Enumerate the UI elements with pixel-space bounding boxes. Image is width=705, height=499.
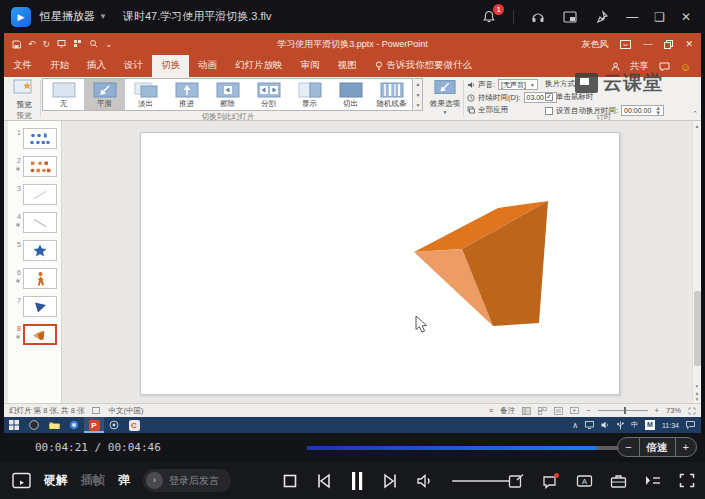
on-click-checkbox[interactable]: ✓ (545, 93, 553, 101)
taskbar-browser-blue-icon[interactable] (64, 417, 84, 433)
auto-advance-checkbox[interactable] (545, 107, 553, 115)
danmaku-toggle[interactable]: 弹 (118, 472, 130, 489)
slide-thumb-3[interactable]: 3 (8, 184, 61, 206)
danmaku-input[interactable]: › 登录后发言 (143, 469, 231, 492)
ppt-account-name[interactable]: 灰色风 (581, 38, 608, 51)
transition-cut[interactable]: 切出 (330, 79, 371, 110)
seek-bar[interactable] (307, 446, 640, 450)
transition-none[interactable]: 无 (43, 79, 84, 110)
tab-design[interactable]: 设计 (115, 55, 152, 77)
close-button[interactable]: ✕ (681, 10, 691, 24)
transition-push[interactable]: 推进 (166, 79, 207, 110)
volume-icon[interactable] (417, 474, 433, 488)
video-frame[interactable]: ↶ ↻ ⌄ 学习使用平滑切换3.pptx - PowerPoint 灰色风 — … (4, 33, 701, 433)
fullscreen-icon[interactable] (679, 473, 695, 488)
taskbar-file-explorer-icon[interactable] (44, 417, 64, 433)
notes-button[interactable]: 备注 (500, 406, 515, 416)
fit-to-window-icon[interactable] (688, 407, 696, 415)
mini-window-icon[interactable] (562, 9, 578, 25)
hw-decode-toggle[interactable]: 硬解 (44, 472, 68, 489)
speed-down-button[interactable]: − (618, 438, 638, 456)
tab-animations[interactable]: 动画 (189, 55, 226, 77)
tray-ime-icon[interactable]: M (645, 420, 655, 430)
headphones-icon[interactable] (530, 9, 546, 25)
chevron-down-icon[interactable]: ▼ (99, 12, 107, 21)
subtitle-icon[interactable]: A (576, 473, 593, 489)
tray-input-indicator[interactable]: 中 (631, 420, 638, 430)
view-sorter-icon[interactable] (538, 407, 547, 415)
zoom-out-button[interactable]: − (586, 406, 590, 415)
slide-thumb-5[interactable]: 5 (8, 240, 61, 262)
ppt-close-button[interactable]: ✕ (685, 39, 693, 49)
notes-edit-icon[interactable] (508, 473, 525, 489)
toolbox-icon[interactable] (610, 473, 627, 489)
volume-slider[interactable] (452, 480, 510, 482)
tray-chevron-icon[interactable]: ∧ (572, 421, 578, 430)
slide-thumb-2[interactable]: 2∗ (8, 156, 61, 178)
app-name[interactable]: 恒星播放器 (40, 9, 95, 24)
transition-wipe[interactable]: 擦除 (207, 79, 248, 110)
taskbar-recorder-icon[interactable] (104, 417, 124, 433)
taskbar-c-app-icon[interactable]: C (124, 417, 144, 433)
pin-icon[interactable] (594, 9, 610, 25)
view-normal-icon[interactable] (522, 407, 531, 415)
mini-player-icon[interactable] (12, 472, 31, 489)
editor-scrollbar[interactable]: ▲ ▼ ▲▼ (692, 121, 701, 403)
notification-bell-icon[interactable]: 1 (481, 9, 497, 25)
taskbar-powerpoint-icon[interactable]: P (84, 417, 104, 433)
gallery-scroll-buttons[interactable]: ▲▼▼ (414, 78, 423, 111)
speed-up-button[interactable]: + (676, 438, 696, 456)
apply-all-button[interactable]: 全部应用 (478, 105, 508, 115)
zoom-percentage[interactable]: 73% (666, 406, 681, 415)
sound-select[interactable]: [无声音]▼ (498, 79, 538, 90)
ppt-minimize-button[interactable]: — (643, 39, 652, 49)
zoom-in-button[interactable]: + (655, 406, 659, 415)
next-button[interactable] (383, 473, 398, 489)
view-reading-icon[interactable] (554, 407, 563, 415)
tray-clock[interactable]: 11:34 (662, 422, 679, 429)
collapse-ribbon-icon[interactable]: ⌃ (692, 110, 698, 118)
ppt-restore-button[interactable] (664, 40, 673, 49)
frame-interp-toggle[interactable]: 插帧 (81, 472, 105, 489)
speed-button[interactable]: 倍速 (639, 438, 676, 456)
preview-button[interactable]: 预览 (9, 79, 39, 111)
language-indicator[interactable]: 中文(中国) (108, 406, 143, 416)
slide-thumb-4[interactable]: 4∗ (8, 212, 61, 234)
slide-thumb-1[interactable]: 1 (8, 128, 61, 150)
danmaku-settings-icon[interactable] (542, 473, 559, 489)
minimize-button[interactable]: — (626, 10, 638, 24)
view-slideshow-icon[interactable] (570, 407, 579, 415)
transition-morph[interactable]: 平滑 (84, 79, 125, 110)
playlist-icon[interactable] (644, 473, 662, 488)
tray-pc-icon[interactable] (585, 421, 594, 429)
start-button[interactable] (4, 417, 24, 433)
tab-review[interactable]: 审阅 (292, 55, 329, 77)
transition-random-bars[interactable]: 随机线条 (371, 79, 412, 110)
tab-file[interactable]: 文件 (4, 55, 41, 77)
tell-me-box[interactable]: 告诉我你想要做什么 (366, 55, 482, 77)
previous-button[interactable] (316, 473, 331, 489)
zoom-slider-knob[interactable] (624, 407, 626, 414)
slide-thumb-7[interactable]: 7 (8, 296, 61, 318)
tray-usb-icon[interactable] (617, 421, 624, 430)
transition-reveal[interactable]: 显示 (289, 79, 330, 110)
taskbar-app-browser-dark-icon[interactable] (24, 417, 44, 433)
stop-button[interactable] (283, 474, 297, 488)
ribbon-display-icon[interactable] (620, 40, 631, 49)
smiley-icon[interactable]: ☺ (680, 61, 691, 73)
tray-volume-icon[interactable] (601, 421, 610, 429)
pause-button[interactable] (350, 471, 364, 491)
transition-split[interactable]: 分割 (248, 79, 289, 110)
zoom-slider[interactable] (598, 410, 648, 411)
tab-insert[interactable]: 插入 (78, 55, 115, 77)
maximize-button[interactable]: ❑ (654, 10, 665, 24)
tab-home[interactable]: 开始 (41, 55, 78, 77)
slide-thumb-8[interactable]: 8∗ (8, 324, 61, 346)
tab-slideshow[interactable]: 幻灯片放映 (226, 55, 292, 77)
transition-fade[interactable]: 淡出 (125, 79, 166, 110)
effect-options-button[interactable]: 效果选项 ▼ (428, 79, 462, 119)
tab-transitions[interactable]: 切换 (152, 55, 189, 77)
slide-canvas[interactable] (140, 132, 620, 395)
scrollbar-thumb[interactable] (694, 291, 701, 366)
tray-notification-icon[interactable] (686, 421, 695, 429)
